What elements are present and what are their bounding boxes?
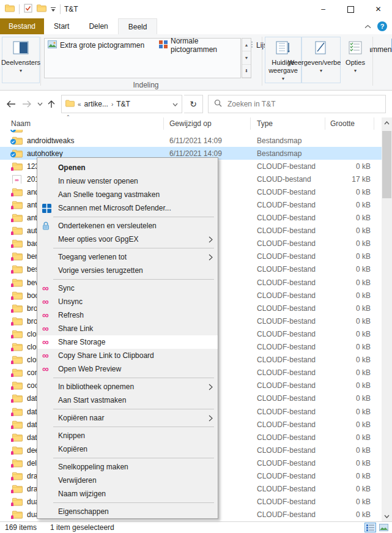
- refresh-button[interactable]: ↻: [184, 95, 203, 113]
- menu-item[interactable]: Aan Start vastmaken: [37, 393, 218, 407]
- properties-check-icon[interactable]: [24, 4, 32, 15]
- maximize-button[interactable]: [337, 0, 364, 18]
- menu-item-label: Share Link: [58, 324, 207, 333]
- menu-item[interactable]: Kopiëren: [37, 442, 218, 456]
- options-button[interactable]: Opties ▾: [341, 37, 370, 83]
- file-size: 0 kB: [325, 201, 374, 209]
- menu-item[interactable]: In nieuw venster openen: [37, 174, 218, 188]
- file-size: 0 kB: [325, 459, 374, 468]
- menu-item[interactable]: Snelkoppeling maken: [37, 460, 218, 474]
- file-type: CLOUDF-bestand: [251, 239, 325, 248]
- menu-item[interactable]: Meer opties voor GpgEX: [37, 233, 218, 246]
- menu-item[interactable]: Toegang verlenen tot: [37, 250, 218, 264]
- column-grootte[interactable]: Grootte: [325, 117, 374, 130]
- panes-button[interactable]: Deelvensters ▾: [2, 37, 40, 83]
- window-controls: – ✕: [309, 0, 392, 18]
- menu-item[interactable]: Eigenschappen: [37, 505, 218, 518]
- thumbnail-view-toggle[interactable]: [378, 523, 390, 532]
- sync-badge-icon: [10, 151, 16, 158]
- file-name: autohotkey: [27, 149, 63, 158]
- column-gewijzigd-op[interactable]: Gewijzigd op: [164, 117, 251, 130]
- file-type: CLOUDF-bestand: [251, 343, 325, 351]
- odrive-badge-icon: [11, 270, 13, 274]
- menu-item[interactable]: ∞Share Link: [37, 322, 218, 335]
- menu-item[interactable]: ∞Copy Share Link to Clipboard: [37, 349, 218, 362]
- folder-icon: [12, 381, 23, 390]
- details-view-toggle[interactable]: [364, 523, 376, 532]
- file-type: CLOUDF-bestand: [251, 188, 325, 196]
- menu-item[interactable]: Naam wijzigen: [37, 487, 218, 501]
- menu-item[interactable]: ∞Unsync: [37, 295, 218, 308]
- file-size: 0 kB: [325, 498, 374, 506]
- layout-option-label: Normale pictogrammen: [171, 37, 242, 54]
- address-dropdown-caret-icon[interactable]: [172, 100, 178, 108]
- tab-bestand[interactable]: Bestand: [0, 18, 44, 34]
- vertical-scrollbar[interactable]: [382, 117, 392, 521]
- show-hide-button[interactable]: Weergeven/verbergen ▾: [301, 37, 341, 83]
- breadcrumb-segment[interactable]: artike...: [84, 100, 108, 108]
- clipped-row[interactable]: [0, 130, 382, 134]
- odrive-badge-icon: [11, 335, 13, 338]
- menu-item[interactable]: In bibliotheek opnemen: [37, 380, 218, 393]
- odrive-badge-icon: [11, 283, 13, 287]
- scroll-up-icon[interactable]: ▲: [242, 39, 251, 51]
- toolbar-divider: [19, 4, 20, 14]
- menu-item[interactable]: Ondertekenen en versleutelen: [37, 219, 218, 233]
- file-size: 0 kB: [325, 188, 374, 196]
- file-size: 0 kB: [325, 265, 374, 274]
- file-type: CLOUDF-bestand: [251, 162, 325, 171]
- dropdown-caret-icon: ▾: [20, 67, 22, 75]
- menu-item[interactable]: Aan Snelle toegang vastmaken: [37, 188, 218, 201]
- menu-item[interactable]: Openen: [37, 161, 218, 174]
- more-layouts-icon[interactable]: ⬇: [242, 65, 251, 78]
- odrive-badge-icon: [11, 348, 13, 351]
- layout-scrollbar[interactable]: ▲ ▼ ⬇: [242, 38, 251, 78]
- menu-item-label: Verwijderen: [58, 476, 207, 485]
- new-folder-icon[interactable]: [37, 4, 46, 14]
- search-input[interactable]: [226, 99, 380, 109]
- up-button[interactable]: [44, 95, 59, 113]
- folder-icon: [12, 130, 23, 133]
- menu-item[interactable]: ∞Open Web Preview: [37, 362, 218, 376]
- tab-start[interactable]: Start: [44, 18, 79, 34]
- menu-item[interactable]: Vorige versies terugzetten: [37, 264, 218, 277]
- scroll-down-icon[interactable]: [382, 511, 392, 521]
- submenu-arrow-icon: [209, 254, 213, 261]
- folder-icon[interactable]: [5, 4, 15, 14]
- crumb-overflow-icon[interactable]: «: [78, 101, 81, 108]
- scrollbar-thumb[interactable]: [382, 131, 391, 198]
- breadcrumb[interactable]: « artike... › T&T: [61, 95, 182, 113]
- menu-item[interactable]: ∞Sync: [37, 281, 218, 295]
- close-button[interactable]: ✕: [364, 0, 392, 18]
- lock-icon: [42, 222, 50, 230]
- menu-item[interactable]: Scannen met Microsoft Defender...: [37, 201, 218, 215]
- file-size: 0 kB: [325, 381, 374, 390]
- scroll-down-icon[interactable]: ▼: [242, 51, 251, 64]
- collapse-ribbon-icon[interactable]: [364, 22, 371, 31]
- tab-delen[interactable]: Delen: [79, 18, 117, 34]
- layout-option-normal[interactable]: Normale pictogrammen: [156, 39, 242, 52]
- column-naam[interactable]: Naam: [0, 117, 164, 130]
- folder-icon: [12, 317, 23, 326]
- scroll-up-icon[interactable]: [382, 117, 392, 128]
- layout-option-extra-large[interactable]: Extra grote pictogrammen: [45, 39, 156, 52]
- column-type[interactable]: Type: [251, 117, 325, 130]
- file-row[interactable]: androidtweaks6/11/2021 14:09Bestandsmap: [0, 134, 382, 147]
- menu-item[interactable]: ∞Share Storage: [37, 335, 218, 349]
- menu-item[interactable]: Verwijderen: [37, 474, 218, 487]
- menu-item[interactable]: ∞Refresh: [37, 308, 218, 322]
- menu-separator: [53, 378, 214, 378]
- breadcrumb-segment[interactable]: T&T: [116, 100, 130, 108]
- menu-item[interactable]: Kopiëren naar: [37, 411, 218, 425]
- menu-item-label: Toegang verlenen tot: [58, 253, 207, 261]
- recent-locations-caret-icon[interactable]: [35, 95, 44, 113]
- minimize-button[interactable]: –: [309, 0, 337, 18]
- customize-toolbar-caret-icon[interactable]: [51, 7, 56, 12]
- tab-beeld[interactable]: Beeld: [118, 18, 158, 34]
- panes-icon: [13, 41, 29, 56]
- folder-icon: [12, 278, 23, 287]
- forward-button[interactable]: [20, 95, 34, 113]
- help-icon[interactable]: ?: [377, 21, 387, 31]
- menu-item[interactable]: Knippen: [37, 429, 218, 442]
- back-button[interactable]: [4, 95, 18, 113]
